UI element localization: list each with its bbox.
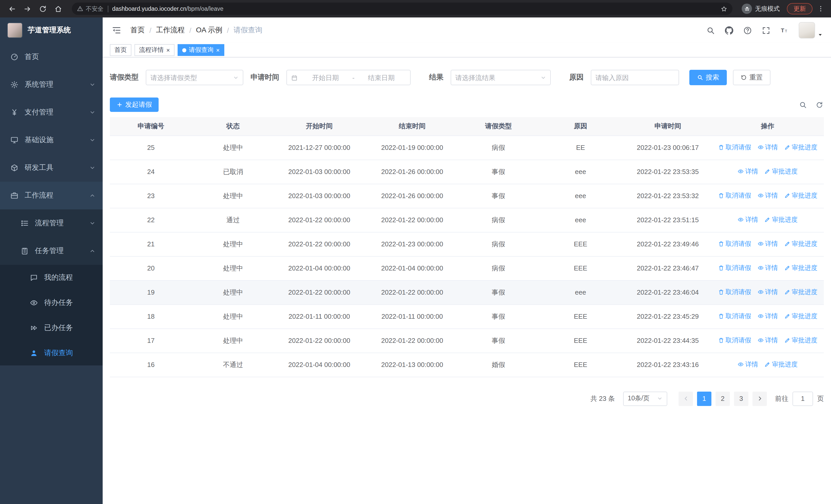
tab-close-icon[interactable]: ×	[166, 47, 170, 53]
goto-suffix: 页	[817, 394, 824, 403]
reset-button[interactable]: 重置	[733, 70, 770, 85]
cancel-action-link[interactable]: 取消请假	[718, 240, 751, 248]
address-bar[interactable]: 不安全 dashboard.yudao.iocoder.cn/bpm/oa/le…	[72, 3, 733, 15]
sidebar-item-done-tasks[interactable]: 已办任务	[0, 315, 103, 340]
progress-action-link[interactable]: 审批进度	[784, 191, 818, 200]
leave-type-select-input[interactable]	[150, 73, 231, 81]
tab-leave-query[interactable]: 请假查询 ×	[178, 44, 224, 56]
apply-time-range-picker[interactable]: -	[286, 70, 411, 85]
next-page-button[interactable]	[752, 391, 767, 406]
breadcrumb-separator: /	[149, 26, 151, 34]
goto-page-input[interactable]	[793, 391, 813, 406]
sidebar-item-infrastructure[interactable]: 基础设施	[0, 126, 103, 154]
hamburger-icon[interactable]	[111, 25, 122, 36]
browser-update-button[interactable]: 更新	[787, 3, 812, 14]
security-warning-icon[interactable]	[77, 6, 83, 12]
sidebar-item-process-management[interactable]: 流程管理	[0, 209, 103, 237]
action-label: 审批进度	[792, 312, 818, 321]
sidebar-item-label: 任务管理	[35, 246, 89, 256]
browser-forward-button[interactable]	[21, 2, 34, 16]
sidebar-item-payment[interactable]: 支付管理	[0, 98, 103, 126]
detail-action-link[interactable]: 详情	[757, 264, 778, 272]
trash-icon	[718, 337, 724, 344]
detail-action-link[interactable]: 详情	[738, 360, 758, 369]
font-size-icon[interactable]: TT	[779, 25, 790, 35]
cell-start: 2022-01-22 00:00:00	[274, 208, 365, 232]
help-icon[interactable]	[742, 25, 752, 35]
bookmark-star-icon[interactable]	[721, 5, 727, 12]
breadcrumb-item[interactable]: OA 示例	[196, 26, 223, 35]
sidebar-item-home[interactable]: 首页	[0, 43, 103, 71]
progress-action-link[interactable]: 审批进度	[784, 336, 818, 345]
sidebar-item-my-processes[interactable]: 我的流程	[0, 265, 103, 290]
progress-action-link[interactable]: 审批进度	[784, 264, 818, 272]
cancel-action-link[interactable]: 取消请假	[718, 191, 751, 200]
leave-type-select[interactable]	[146, 70, 243, 85]
page-button-1[interactable]: 1	[697, 391, 711, 406]
detail-action-link[interactable]: 详情	[738, 215, 758, 224]
page-size-select[interactable]: 10条/页	[623, 391, 667, 406]
result-select-input[interactable]	[455, 73, 539, 81]
github-icon[interactable]	[724, 25, 734, 35]
detail-action-link[interactable]: 详情	[757, 143, 778, 152]
browser-reload-button[interactable]	[36, 2, 49, 16]
progress-action-link[interactable]: 审批进度	[784, 240, 818, 248]
fullscreen-icon[interactable]	[761, 25, 771, 35]
progress-action-link[interactable]: 审批进度	[764, 167, 798, 176]
cancel-action-link[interactable]: 取消请假	[718, 288, 751, 297]
breadcrumb-item[interactable]: 工作流程	[156, 26, 185, 35]
progress-action-link[interactable]: 审批进度	[784, 312, 818, 321]
user-menu[interactable]	[799, 22, 823, 38]
progress-action-link[interactable]: 审批进度	[764, 215, 798, 224]
detail-action-link[interactable]: 详情	[757, 312, 778, 321]
sidebar-item-system[interactable]: 系统管理	[0, 71, 103, 98]
prev-page-button[interactable]	[679, 391, 693, 406]
browser-back-button[interactable]	[5, 2, 19, 16]
eye-icon	[757, 193, 764, 199]
tab-process-detail[interactable]: 流程详情 ×	[135, 44, 174, 56]
user-avatar[interactable]	[799, 22, 815, 38]
breadcrumb-item[interactable]: 首页	[131, 26, 145, 35]
cancel-action-link[interactable]: 取消请假	[718, 264, 751, 272]
sidebar-item-task-management[interactable]: 任务管理	[0, 237, 103, 265]
detail-action-link[interactable]: 详情	[757, 240, 778, 248]
toggle-search-icon[interactable]	[798, 100, 807, 109]
progress-action-link[interactable]: 审批进度	[784, 143, 818, 152]
sidebar-item-devtools[interactable]: 研发工具	[0, 154, 103, 182]
detail-action-link[interactable]: 详情	[757, 191, 778, 200]
create-leave-button[interactable]: 发起请假	[110, 97, 159, 112]
cell-start: 2022-01-04 00:00:00	[274, 256, 365, 280]
sidebar-item-todo-tasks[interactable]: 待办任务	[0, 290, 103, 315]
chevron-down-icon	[89, 137, 95, 143]
tab-home[interactable]: 首页	[110, 44, 132, 56]
search-button-label: 搜索	[706, 73, 719, 82]
action-label: 审批进度	[772, 360, 798, 369]
page-button-2[interactable]: 2	[716, 391, 730, 406]
app-logo-row[interactable]: 芋道管理系统	[0, 18, 103, 43]
table-row: 17处理中2022-01-22 00:00:002022-01-22 00:00…	[110, 328, 824, 353]
action-label: 详情	[745, 360, 758, 369]
cancel-action-link[interactable]: 取消请假	[718, 143, 751, 152]
sidebar-item-leave-query[interactable]: 请假查询	[0, 340, 103, 365]
end-date-input[interactable]	[356, 73, 406, 81]
tab-close-icon[interactable]: ×	[216, 47, 220, 53]
security-label[interactable]: 不安全	[86, 5, 104, 12]
progress-action-link[interactable]: 审批进度	[764, 360, 798, 369]
search-icon[interactable]	[705, 25, 716, 35]
sidebar-item-workflow[interactable]: 工作流程	[0, 182, 103, 209]
search-button[interactable]: 搜索	[689, 70, 727, 85]
browser-menu-icon[interactable]	[815, 3, 826, 15]
cancel-action-link[interactable]: 取消请假	[718, 312, 751, 321]
cell-end: 2022-01-04 00:00:00	[365, 256, 460, 280]
start-date-input[interactable]	[301, 73, 350, 81]
page-button-3[interactable]: 3	[734, 391, 748, 406]
reason-input[interactable]	[595, 73, 675, 81]
progress-action-link[interactable]: 审批进度	[784, 288, 818, 297]
detail-action-link[interactable]: 详情	[757, 288, 778, 297]
detail-action-link[interactable]: 详情	[757, 336, 778, 345]
cancel-action-link[interactable]: 取消请假	[718, 336, 751, 345]
browser-home-button[interactable]	[51, 2, 65, 16]
result-select[interactable]	[451, 70, 551, 85]
detail-action-link[interactable]: 详情	[738, 167, 758, 176]
refresh-table-icon[interactable]	[814, 100, 824, 109]
